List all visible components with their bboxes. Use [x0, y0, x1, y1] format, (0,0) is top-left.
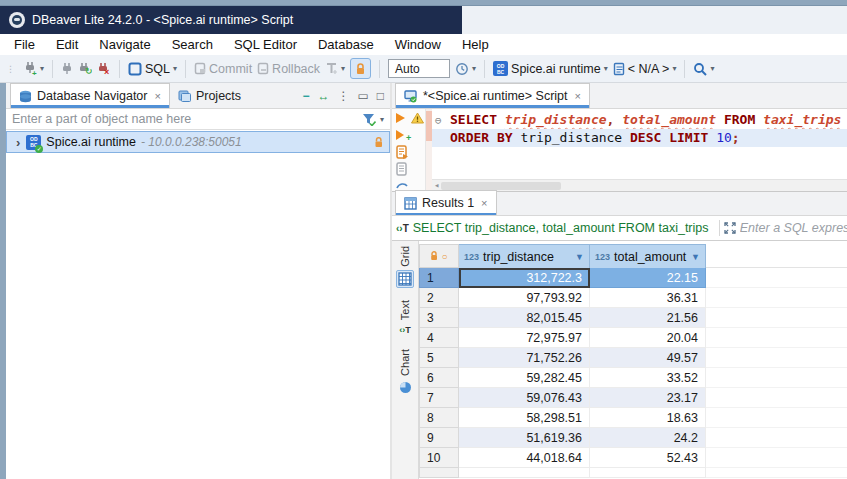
tab-results-1[interactable]: Results 1 × [395, 190, 497, 215]
cell-total-amount[interactable]: 20.04 [590, 328, 706, 348]
sql-line-2[interactable]: ⊖ORDER BY trip_distance DESC LIMIT 10; [432, 129, 847, 147]
transaction-log-button[interactable]: ▾ [325, 62, 345, 75]
reconnect-button[interactable]: ↻ [78, 62, 92, 75]
cell-trip-distance[interactable]: 58,298.51 [459, 408, 590, 428]
cell-trip-distance[interactable]: 59,282.45 [459, 368, 590, 388]
lock-icon [355, 63, 366, 75]
minimize-icon[interactable]: ▭ [357, 89, 368, 103]
row-number[interactable]: 4 [419, 328, 459, 348]
cell-total-amount[interactable]: 49.57 [590, 348, 706, 368]
collapse-all-icon[interactable]: − [302, 89, 309, 103]
sql-editor-button[interactable]: SQL ▾ [128, 62, 177, 76]
tab-database-navigator[interactable]: Database Navigator × [10, 83, 170, 108]
sql-line-1[interactable]: ⊖SELECT trip_distance, total_amount FROM… [432, 111, 847, 129]
sql-code-area[interactable]: ⊖SELECT trip_distance, total_amount FROM… [432, 109, 847, 191]
execute-statement-button[interactable] [396, 113, 405, 123]
tab-label: Results 1 [422, 196, 474, 210]
execute-script-icon[interactable] [396, 145, 409, 159]
cell-total-amount[interactable]: 36.31 [590, 288, 706, 308]
menu-item-file[interactable]: File [14, 37, 35, 52]
close-icon[interactable]: × [154, 90, 160, 102]
cell-trip-distance[interactable]: 51,619.36 [459, 428, 590, 448]
expand-chevron-icon[interactable]: › [16, 135, 20, 150]
menu-item-edit[interactable]: Edit [56, 37, 78, 52]
cell-trip-distance[interactable]: 71,752.26 [459, 348, 590, 368]
query-history-button[interactable]: ▾ [455, 62, 476, 76]
commit-button[interactable]: Commit [194, 62, 252, 76]
title-bar: DBeaver Lite 24.2.0 - <Spice.ai runtime>… [0, 6, 847, 34]
row-number[interactable]: 7 [419, 388, 459, 408]
expand-filter-icon[interactable] [724, 222, 736, 234]
connection-row[interactable]: › ODBC Spice.ai runtime - 10.0.0.238:500… [6, 131, 390, 153]
row-number[interactable]: 10 [419, 448, 459, 468]
maximize-icon[interactable]: □ [377, 89, 384, 103]
close-icon[interactable]: × [575, 90, 581, 102]
filter-funnel-icon[interactable] [362, 113, 376, 126]
tab-projects[interactable]: Projects [170, 83, 249, 108]
row-number[interactable]: 5 [419, 348, 459, 368]
column-header-trip_distance[interactable]: 123trip_distance▼ [459, 244, 590, 268]
row-number[interactable]: 2 [419, 288, 459, 308]
menu-item-help[interactable]: Help [462, 37, 489, 52]
cell-trip-distance[interactable]: 82,015.45 [459, 308, 590, 328]
cell-total-amount[interactable]: 33.52 [590, 368, 706, 388]
row-number[interactable]: 9 [419, 428, 459, 448]
view-tab-label: Grid [399, 246, 411, 267]
search-button[interactable]: ▾ [693, 62, 714, 76]
cell-total-amount[interactable]: 18.63 [590, 408, 706, 428]
menu-item-search[interactable]: Search [172, 37, 213, 52]
execute-new-tab-button[interactable] [396, 130, 404, 140]
scrollbar-thumb[interactable] [441, 182, 561, 190]
cell-trip-distance[interactable]: 72,975.97 [459, 328, 590, 348]
close-icon[interactable]: × [481, 197, 487, 209]
rollback-button[interactable]: Rollback [257, 62, 320, 76]
connection-selector[interactable]: ODBC Spice.ai runtime ▾ [493, 61, 608, 76]
view-menu-icon[interactable]: ⋮ [337, 89, 349, 103]
chevron-down-icon[interactable]: ▾ [380, 115, 384, 124]
cell-total-amount[interactable]: 52.43 [590, 448, 706, 468]
menu-item-database[interactable]: Database [318, 37, 374, 52]
row-filler [706, 448, 847, 468]
row-number[interactable]: 6 [419, 368, 459, 388]
title-bar-active[interactable]: DBeaver Lite 24.2.0 - <Spice.ai runtime>… [0, 6, 462, 34]
sort-arrow-icon[interactable]: ▼ [691, 252, 700, 262]
object-filter-input[interactable]: Enter a part of object name here [12, 112, 191, 126]
cell-trip-distance[interactable]: 59,076.43 [459, 388, 590, 408]
results-view-tab-grid[interactable]: Grid [396, 246, 414, 288]
cell-total-amount[interactable]: 21.56 [590, 308, 706, 328]
numeric-type-icon: 123 [464, 252, 479, 262]
cell-total-amount[interactable]: 24.2 [590, 428, 706, 448]
disconnect-button[interactable]: × [97, 62, 111, 75]
row-number[interactable]: 3 [419, 308, 459, 328]
database-selector[interactable]: < N/A > ▾ [613, 62, 677, 76]
scroll-left-icon[interactable]: ◂ [434, 177, 439, 191]
grid-corner-cell[interactable]: ○ [419, 244, 459, 268]
fold-collapse-icon[interactable]: ⊖ [435, 112, 450, 129]
cell-trip-distance[interactable]: 312,722.3 [459, 268, 590, 288]
autocommit-mode-combo[interactable]: Auto [388, 59, 450, 78]
table-row: 858,298.5118.63 [419, 408, 847, 428]
toolbar-separator [52, 60, 53, 78]
link-with-editor-icon[interactable]: ↔ [317, 89, 329, 103]
sort-arrow-icon[interactable]: ▼ [575, 252, 584, 262]
row-number[interactable]: 1 [419, 268, 459, 288]
export-result-icon[interactable] [396, 182, 408, 189]
menu-item-window[interactable]: Window [395, 37, 441, 52]
cell-trip-distance[interactable]: 44,018.64 [459, 448, 590, 468]
cell-total-amount[interactable]: 22.15 [590, 268, 706, 288]
filter-expression-input[interactable]: Enter a SQL expression to [740, 221, 847, 235]
numeric-type-icon: 123 [595, 252, 610, 262]
new-connection-button[interactable]: + ▾ [23, 61, 44, 76]
column-header-total_amount[interactable]: 123total_amount▼ [590, 244, 706, 268]
connect-button[interactable] [61, 62, 73, 75]
cell-trip-distance[interactable]: 97,793.92 [459, 288, 590, 308]
results-view-tab-chart[interactable]: Chart [397, 349, 414, 396]
results-view-tab-text[interactable]: Text‹›T [397, 300, 413, 337]
cell-total-amount[interactable]: 23.17 [590, 388, 706, 408]
menu-item-navigate[interactable]: Navigate [99, 37, 150, 52]
menu-item-sql-editor[interactable]: SQL Editor [234, 37, 297, 52]
explain-plan-icon[interactable] [396, 162, 409, 176]
tab-script[interactable]: *<Spice.ai runtime> Script × [395, 83, 590, 108]
autocommit-lock-toggle[interactable] [350, 58, 371, 79]
row-number[interactable]: 8 [419, 408, 459, 428]
